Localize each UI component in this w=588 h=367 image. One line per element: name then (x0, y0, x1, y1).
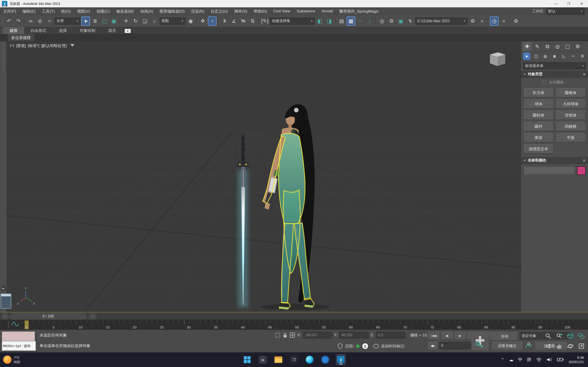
3ds-max-taskbar-icon[interactable]: 3MAX (336, 354, 346, 365)
taskbar-app-blue[interactable] (320, 354, 330, 365)
divider[interactable] (376, 17, 376, 25)
toolbar-drag-handle[interactable] (2, 17, 3, 26)
autosave-time-icon[interactable]: ◷ (490, 17, 499, 26)
previous-frame-slider-button[interactable]: ‹ (1, 313, 9, 319)
select-and-place-icon[interactable]: ⌂ (150, 17, 159, 26)
zoom-icon[interactable] (543, 331, 553, 341)
unlink-selection-icon[interactable]: ⊘ (36, 17, 44, 26)
selection-lock-icon[interactable] (283, 332, 288, 338)
select-and-rotate-icon[interactable]: ↻ (131, 17, 140, 26)
track-bar[interactable]: 0510152025303540455055606570758085909510… (0, 320, 588, 330)
menu-item[interactable]: 修改器(M) (113, 7, 137, 15)
start-button[interactable] (242, 354, 252, 365)
track-bar-ruler[interactable]: 0510152025303540455055606570758085909510… (22, 320, 572, 330)
workspace-settings-icon[interactable]: ⚙ (511, 17, 520, 26)
selection-filter-dropdown[interactable]: 全部▼ (54, 17, 81, 25)
cameras-category[interactable]: ◙ (551, 52, 558, 60)
viewcube[interactable] (490, 52, 505, 66)
select-by-name-icon[interactable]: ≣ (91, 17, 99, 26)
go-to-start-button[interactable]: |◀◀ (428, 332, 440, 340)
auto-key-button[interactable]: 自动 (492, 332, 518, 340)
edge-icon[interactable] (304, 354, 315, 365)
viewport-canvas[interactable]: x y z (6, 41, 521, 312)
divider[interactable] (120, 17, 120, 25)
reference-coordinate-dropdown[interactable]: 视图▼ (159, 17, 186, 25)
ribbon-tab[interactable]: 对象绘制 (73, 27, 102, 34)
set-key-button[interactable]: 设置关键点 (492, 342, 523, 350)
taskbar-app-3d[interactable]: ❒ (289, 354, 299, 365)
sword-model[interactable] (236, 133, 250, 307)
maxscript-mini-listener[interactable]: MAXScript 迷你 (2, 341, 36, 351)
divider[interactable] (488, 17, 489, 25)
menu-item[interactable]: 文件(F) (0, 7, 19, 15)
clock[interactable]: 9:36 2025/12/1 (569, 355, 584, 364)
toolbar-overflow2-icon[interactable]: » (499, 17, 508, 26)
schematic-view-icon[interactable]: ↓ (365, 17, 374, 26)
primitive-button[interactable]: 管状体 (556, 110, 586, 120)
hidden-icons-chevron[interactable]: ⌃ (501, 357, 504, 363)
absolute-offset-toggle-icon[interactable] (289, 332, 295, 338)
motion-tab[interactable]: ◎ (553, 42, 562, 51)
ribbon-tab[interactable]: 自由形式 (24, 27, 52, 34)
select-object-icon[interactable]: ➤ (81, 17, 90, 26)
toggle-scene-explorer-icon[interactable]: ▤ (337, 17, 346, 26)
edit-named-selection-sets-icon[interactable]: {✎} (260, 17, 269, 26)
trackbar-grip[interactable] (8, 321, 9, 327)
toggle-layer-explorer-icon[interactable]: ▦ (346, 17, 355, 26)
primitive-button[interactable]: 四棱锥 (556, 122, 586, 131)
ribbon-tab[interactable]: 建模 (3, 27, 24, 34)
angle-snap-icon[interactable]: ∠ (229, 17, 238, 26)
menu-item[interactable]: 视图(V) (74, 7, 94, 15)
mirror-icon[interactable]: ◧ (316, 17, 324, 26)
menu-item[interactable]: 动画(A) (137, 7, 156, 15)
primitive-button[interactable]: 几何球体 (556, 99, 586, 108)
isolate-selection-icon[interactable] (275, 332, 281, 338)
maximize-button[interactable]: ❐ (562, 0, 575, 7)
curve-editor-icon[interactable]: ~ (356, 17, 365, 26)
ribbon-tab[interactable]: 选择 (52, 27, 73, 34)
previous-frame-button[interactable]: ◀| (441, 332, 453, 340)
menu-item[interactable]: 帮助(H) (251, 7, 270, 15)
systems-category[interactable]: ⚙ (579, 52, 586, 60)
frame-counter[interactable]: 0 / 100 (10, 313, 86, 319)
create-tab[interactable]: ✚ (523, 42, 532, 51)
align-icon[interactable]: ◨ (325, 17, 334, 26)
window-crossing-icon[interactable]: ▣ (110, 17, 118, 26)
snaps-toggle-icon[interactable]: 3 (220, 17, 229, 26)
wifi-icon[interactable] (536, 357, 542, 362)
viewport[interactable]: [+] [透视] [标准*] [默认明暗处理] (6, 41, 521, 312)
bind-to-space-warp-icon[interactable]: ≈ (45, 17, 54, 26)
divider[interactable] (24, 17, 25, 25)
minimized-panel-thumbnail[interactable] (1, 294, 11, 309)
material-editor-icon[interactable]: ◎ (378, 17, 386, 26)
primitive-button[interactable]: 平面 (556, 133, 586, 142)
weather-widget[interactable]: 7°C 晴朗 (3, 355, 20, 364)
z-coordinate-field[interactable] (376, 332, 405, 339)
polygon-modeling-panel[interactable]: 多边形建模 (8, 34, 34, 42)
spinner-snap-icon[interactable]: ⇅ (248, 17, 257, 26)
primitive-button[interactable]: 球体 (523, 99, 553, 108)
add-time-tag-text[interactable]: 添加时间标记 (381, 344, 405, 349)
next-frame-slider-button[interactable]: › (89, 313, 96, 319)
menu-item[interactable]: 组(G) (58, 7, 74, 15)
render-presets-icon[interactable]: ⚙ (468, 17, 477, 26)
select-and-manipulate-icon[interactable]: ✜ (199, 17, 207, 26)
display-tab[interactable]: ▢ (563, 42, 572, 51)
menu-item[interactable]: 脚本(S) (231, 7, 251, 15)
set-key-filters-icon[interactable] (525, 342, 533, 350)
viewport-menu-pov[interactable]: [透视] (16, 43, 26, 48)
name-color-rollout-header[interactable]: ▼ 名称和颜色 ▦ (521, 157, 588, 164)
rectangular-selection-region-icon[interactable]: ▢ (100, 17, 109, 26)
orbit-icon[interactable] (565, 341, 576, 351)
keyboard-shortcut-override-icon[interactable]: ↑ (208, 17, 216, 26)
key-mode-toggle-button[interactable]: ◀▶ (428, 342, 438, 350)
percent-snap-icon[interactable]: % (239, 17, 248, 26)
file-explorer-icon[interactable] (273, 354, 284, 365)
menu-item[interactable]: 工具(T) (39, 7, 58, 15)
render-setup-icon[interactable]: ⚙ (387, 17, 396, 26)
ribbon-tab[interactable]: 填充 (102, 27, 122, 34)
zoom-all-icon[interactable] (554, 331, 565, 341)
primitive-button[interactable]: 圆锥体 (556, 88, 586, 97)
undo-icon[interactable]: ↶ (5, 17, 13, 26)
object-type-rollout-header[interactable]: ▼ 对象类型 ▦ (521, 70, 588, 78)
